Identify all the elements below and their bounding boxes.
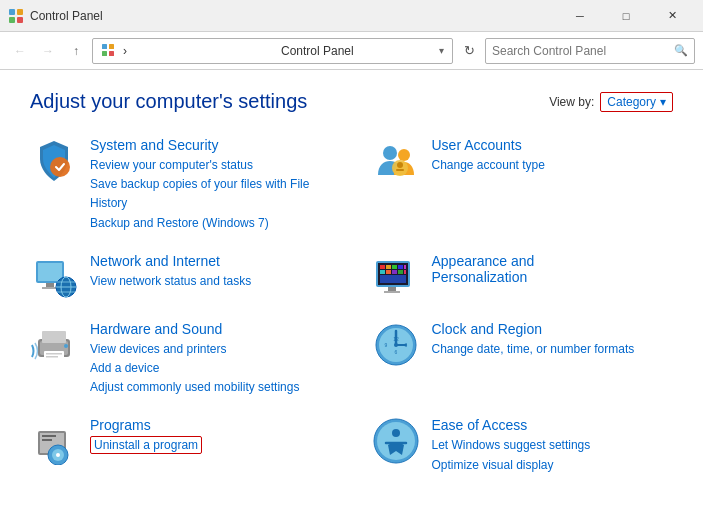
svg-rect-1 [17,9,23,15]
svg-rect-30 [380,270,385,274]
svg-rect-25 [380,265,385,269]
minimize-button[interactable]: ─ [557,0,603,32]
hardware-title[interactable]: Hardware and Sound [90,321,332,337]
category-hardware: Hardware and Sound View devices and prin… [30,321,332,398]
window-controls: ─ □ ✕ [557,0,695,32]
app-icon [8,8,24,24]
system-security-link-2[interactable]: Save backup copies of your files with Fi… [90,175,332,213]
svg-rect-16 [46,283,54,287]
svg-rect-28 [398,265,403,269]
svg-rect-42 [46,353,62,355]
svg-rect-13 [396,169,404,171]
hardware-link-2[interactable]: Add a device [90,359,332,378]
view-by-arrow: ▾ [660,95,666,109]
network-icon [30,253,78,301]
svg-rect-6 [102,51,107,56]
network-title[interactable]: Network and Internet [90,253,332,269]
appearance-content: Appearance andPersonalization [432,253,674,288]
ease-title[interactable]: Ease of Access [432,417,674,433]
svg-rect-59 [42,435,56,437]
svg-rect-34 [404,270,406,274]
window-title: Control Panel [30,9,557,23]
svg-point-62 [377,422,415,460]
system-security-content: System and Security Review your computer… [90,137,332,233]
svg-rect-35 [380,275,406,283]
back-button[interactable]: ← [8,39,32,63]
appearance-title[interactable]: Appearance andPersonalization [432,253,674,285]
maximize-button[interactable]: □ [603,0,649,32]
category-system-security: System and Security Review your computer… [30,137,332,233]
title-bar: Control Panel ─ □ ✕ [0,0,703,32]
up-button[interactable]: ↑ [64,39,88,63]
view-by-dropdown[interactable]: Category ▾ [600,92,673,112]
svg-point-10 [398,149,410,161]
system-security-link-3[interactable]: Backup and Restore (Windows 7) [90,214,332,233]
svg-point-44 [64,344,68,348]
refresh-button[interactable]: ↻ [457,39,481,63]
svg-rect-5 [109,44,114,49]
hardware-icon [30,321,78,369]
svg-rect-3 [17,17,23,23]
main-content: Adjust your computer's settings View by:… [0,70,703,521]
hardware-link-3[interactable]: Adjust commonly used mobility settings [90,378,332,397]
system-security-icon [30,137,78,185]
address-dropdown-arrow[interactable]: ▾ [439,45,444,56]
clock-link-1[interactable]: Change date, time, or number formats [432,340,674,359]
user-accounts-link-1[interactable]: Change account type [432,156,674,175]
clock-title[interactable]: Clock and Region [432,321,674,337]
svg-rect-31 [386,270,391,274]
search-input[interactable] [492,44,674,58]
svg-rect-40 [42,331,66,343]
category-ease: Ease of Access Let Windows suggest setti… [372,417,674,474]
search-icon: 🔍 [674,44,688,57]
svg-rect-33 [398,270,403,274]
ease-icon [372,417,420,465]
category-clock: 12 6 9 3 Clock and Region Change date, t… [372,321,674,398]
svg-rect-7 [109,51,114,56]
network-link-1[interactable]: View network status and tasks [90,272,332,291]
ease-link-1[interactable]: Let Windows suggest settings [432,436,674,455]
view-by-label: View by: [549,95,594,109]
svg-rect-36 [388,287,396,291]
forward-button[interactable]: → [36,39,60,63]
ease-link-2[interactable]: Optimize visual display [432,456,674,475]
svg-text:9: 9 [384,341,387,347]
svg-rect-2 [9,17,15,23]
page-header: Adjust your computer's settings View by:… [30,90,673,113]
user-accounts-icon [372,137,420,185]
hardware-link-1[interactable]: View devices and printers [90,340,332,359]
clock-icon: 12 6 9 3 [372,321,420,369]
user-accounts-title[interactable]: User Accounts [432,137,674,153]
svg-point-8 [50,157,70,177]
svg-text:3: 3 [404,341,407,347]
categories-grid: System and Security Review your computer… [30,137,673,475]
svg-rect-43 [46,356,58,358]
programs-icon [30,417,78,465]
svg-rect-27 [392,265,397,269]
page-title: Adjust your computer's settings [30,90,307,113]
svg-rect-15 [38,263,62,281]
svg-rect-29 [404,265,406,269]
breadcrumb-icon [101,43,117,59]
search-box[interactable]: 🔍 [485,38,695,64]
category-user-accounts: User Accounts Change account type [372,137,674,233]
clock-content: Clock and Region Change date, time, or n… [432,321,674,359]
svg-rect-60 [42,439,52,441]
system-security-link-1[interactable]: Review your computer's status [90,156,332,175]
close-button[interactable]: ✕ [649,0,695,32]
svg-rect-26 [386,265,391,269]
breadcrumb-separator: › [123,44,275,58]
view-by-value: Category [607,95,656,109]
network-content: Network and Internet View network status… [90,253,332,291]
category-network: Network and Internet View network status… [30,253,332,301]
programs-content: Programs Uninstall a program [90,417,332,455]
programs-title[interactable]: Programs [90,417,332,433]
address-field[interactable]: › Control Panel ▾ [92,38,453,64]
system-security-title[interactable]: System and Security [90,137,332,153]
svg-point-12 [397,162,403,168]
ease-content: Ease of Access Let Windows suggest setti… [432,417,674,474]
hardware-content: Hardware and Sound View devices and prin… [90,321,332,398]
programs-link-1[interactable]: Uninstall a program [90,436,202,454]
appearance-icon [372,253,420,301]
svg-point-63 [392,429,400,437]
